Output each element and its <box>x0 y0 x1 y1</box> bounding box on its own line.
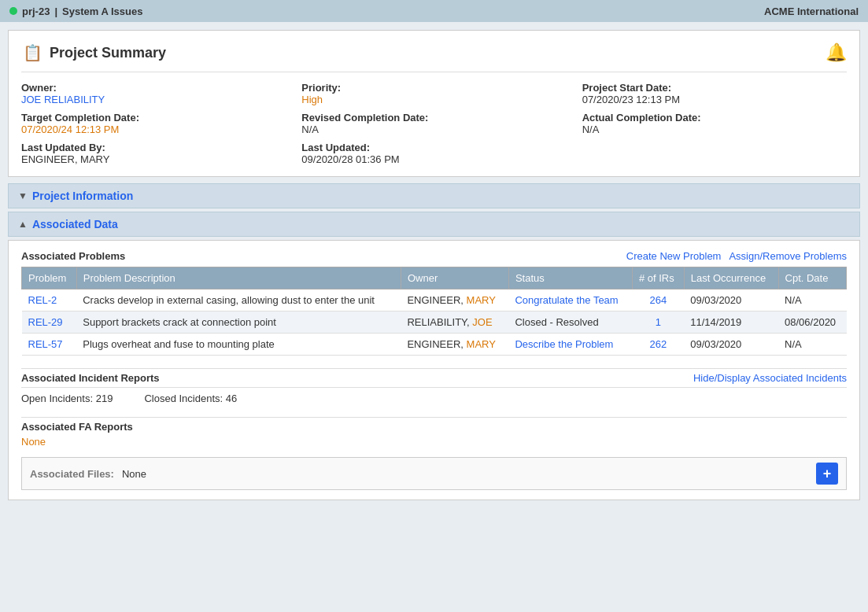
associated-incidents-title: Associated Incident Reports <box>21 372 160 384</box>
table-header-row: Problem Problem Description Owner Status… <box>22 267 847 289</box>
associated-incidents-block: Associated Incident Reports Hide/Display… <box>21 372 847 404</box>
owner-value[interactable]: JOE RELIABILITY <box>21 94 286 105</box>
problem-link[interactable]: REL-29 <box>28 316 63 328</box>
col-owner: Owner <box>401 267 508 289</box>
problem-cell: REL-29 <box>22 312 77 334</box>
closed-incidents-label: Closed Incidents: <box>144 393 223 404</box>
project-summary-card: 📋 Project Summary 🔔 Owner: JOE RELIABILI… <box>8 30 860 177</box>
cpt-date-cell: 08/06/2020 <box>778 312 846 334</box>
last-occurrence-cell: 09/03/2020 <box>684 334 778 356</box>
add-file-button[interactable]: + <box>816 463 838 485</box>
owner-first: RELIABILITY, <box>407 316 469 328</box>
project-start-date-field: Project Start Date: 07/2020/23 12:13 PM <box>582 82 847 105</box>
associated-fa-block: Associated FA Reports None <box>21 421 847 448</box>
project-summary-label: Project Summary <box>50 45 166 61</box>
summary-grid: Owner: JOE RELIABILITY Priority: High Pr… <box>21 82 847 165</box>
owner-field: Owner: JOE RELIABILITY <box>21 82 286 105</box>
associated-data-arrow: ▲ <box>18 219 28 230</box>
problem-link[interactable]: REL-2 <box>28 294 57 306</box>
associated-problems-actions: Create New Problem Assign/Remove Problem… <box>626 250 847 262</box>
separator: | <box>54 6 57 17</box>
associated-data-title: Associated Data <box>32 218 118 230</box>
owner-cell: ENGINEER, MARY <box>401 289 508 312</box>
associated-data-section: Associated Problems Create New Problem A… <box>8 240 860 500</box>
last-occurrence-cell: 09/03/2020 <box>684 289 778 312</box>
owner-last: MARY <box>467 338 496 350</box>
target-completion-label: Target Completion Date: <box>21 112 286 124</box>
associated-problems-title: Associated Problems <box>21 250 125 262</box>
hide-display-incidents-link[interactable]: Hide/Display Associated Incidents <box>693 372 847 384</box>
problem-cell: REL-57 <box>22 334 77 356</box>
col-status: Status <box>508 267 632 289</box>
priority-label: Priority: <box>301 82 566 94</box>
col-last-occurrence: Last Occurrence <box>684 267 778 289</box>
incident-counts: Open Incidents: 219 Closed Incidents: 46 <box>21 393 847 404</box>
project-icon: 📋 <box>21 42 43 64</box>
project-id: prj-23 <box>22 6 50 17</box>
priority-value: High <box>301 94 566 105</box>
problem-link[interactable]: REL-57 <box>28 338 63 350</box>
description-cell: Plugs overheat and fuse to mounting plat… <box>76 334 401 356</box>
description-cell: Support brackets crack at connection poi… <box>76 312 401 334</box>
assign-remove-problems-link[interactable]: Assign/Remove Problems <box>729 250 847 262</box>
status-cell-link[interactable]: Describe the Problem <box>515 338 613 350</box>
owner-cell: RELIABILITY, JOE <box>401 312 508 334</box>
status-cell-link[interactable]: Congratulate the Team <box>515 294 618 306</box>
associated-fa-title: Associated FA Reports <box>21 421 847 433</box>
problem-cell: REL-2 <box>22 289 77 312</box>
project-information-arrow: ▼ <box>18 190 28 201</box>
last-updated-label: Last Updated: <box>301 142 566 153</box>
project-information-header[interactable]: ▼ Project Information <box>8 183 860 208</box>
associated-fa-value: None <box>21 436 847 448</box>
associated-files-label: Associated Files: <box>30 468 114 480</box>
owner-cell: ENGINEER, MARY <box>401 334 508 356</box>
open-incidents-count: 219 <box>96 393 113 404</box>
cpt-date-cell: N/A <box>778 334 846 356</box>
project-start-date-label: Project Start Date: <box>582 82 847 94</box>
last-updated-by-value: ENGINEER, MARY <box>21 153 286 165</box>
problems-table: Problem Problem Description Owner Status… <box>21 267 847 356</box>
num-irs-cell: 1 <box>632 312 684 334</box>
create-new-problem-link[interactable]: Create New Problem <box>626 250 722 262</box>
actual-completion-label: Actual Completion Date: <box>582 112 847 124</box>
table-row: REL-2 Cracks develop in external casing,… <box>22 289 847 312</box>
associated-problems-header: Associated Problems Create New Problem A… <box>21 250 847 262</box>
associated-data-header[interactable]: ▲ Associated Data <box>8 212 860 237</box>
status-cell-text: Closed - Resolved <box>515 316 598 328</box>
status-dot <box>9 7 17 15</box>
revised-completion-value: N/A <box>301 124 566 135</box>
top-bar-left: prj-23 | System A Issues <box>9 6 142 17</box>
owner-last: MARY <box>467 294 496 306</box>
associated-problems-block: Associated Problems Create New Problem A… <box>21 250 847 356</box>
actual-completion-field: Actual Completion Date: N/A <box>582 112 847 135</box>
closed-incidents-count: 46 <box>226 393 237 404</box>
last-updated-by-field: Last Updated By: ENGINEER, MARY <box>21 142 286 165</box>
owner-label: Owner: <box>21 82 286 94</box>
notification-icon[interactable]: 🔔 <box>826 42 847 63</box>
actual-completion-value: N/A <box>582 124 847 135</box>
project-information-title: Project Information <box>32 190 133 202</box>
col-description: Problem Description <box>76 267 401 289</box>
num-irs-cell: 264 <box>632 289 684 312</box>
owner-last: JOE <box>472 316 492 328</box>
last-updated-field: Last Updated: 09/2020/28 01:36 PM <box>301 142 566 165</box>
project-summary-title: 📋 Project Summary <box>21 42 166 64</box>
revised-completion-label: Revised Completion Date: <box>301 112 566 124</box>
col-num-irs: # of IRs <box>632 267 684 289</box>
priority-field: Priority: High <box>301 82 566 105</box>
table-row: REL-57 Plugs overheat and fuse to mounti… <box>22 334 847 356</box>
project-start-date-value: 07/2020/23 12:13 PM <box>582 94 847 105</box>
status-cell: Closed - Resolved <box>508 312 632 334</box>
status-cell: Describe the Problem <box>508 334 632 356</box>
target-completion-value: 07/2020/24 12:13 PM <box>21 124 286 135</box>
open-incidents-label: Open Incidents: <box>21 393 93 404</box>
owner-first: ENGINEER, <box>407 338 464 350</box>
project-summary-header: 📋 Project Summary 🔔 <box>21 42 847 72</box>
closed-incidents: Closed Incidents: 46 <box>144 393 237 404</box>
cpt-date-cell: N/A <box>778 289 846 312</box>
last-updated-value: 09/2020/28 01:36 PM <box>301 153 566 165</box>
num-irs-cell: 262 <box>632 334 684 356</box>
associated-files-row: Associated Files: None + <box>21 457 847 490</box>
associated-files-value: None <box>122 468 808 480</box>
divider-2 <box>21 417 847 418</box>
